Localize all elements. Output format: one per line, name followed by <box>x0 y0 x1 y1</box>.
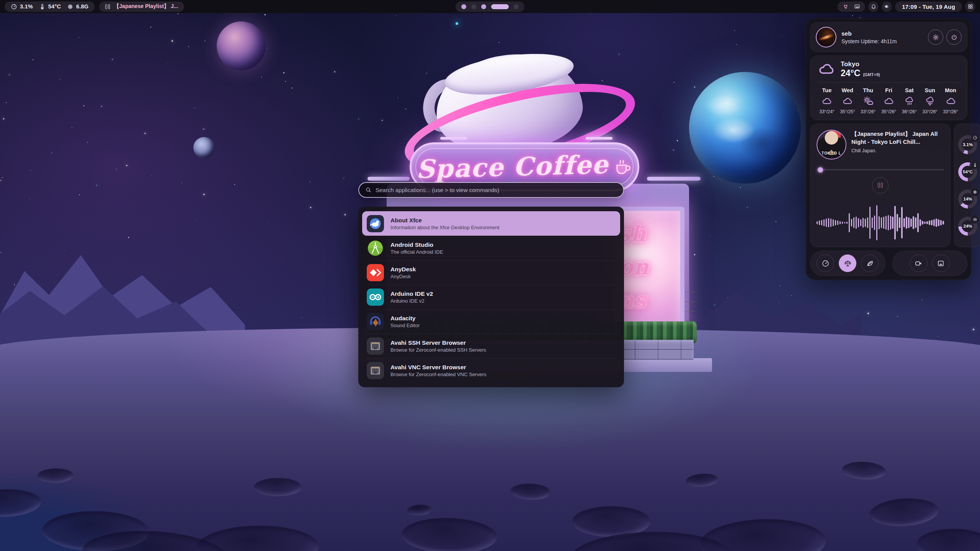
system-tray: 17:09 - Tue, 19 Aug <box>838 2 975 12</box>
sign-text: Space Coffee <box>416 149 609 184</box>
power-icon <box>951 34 958 41</box>
image-icon[interactable] <box>854 3 860 10</box>
system-stats-pill: 3.1% 54°C 6.8G <box>5 2 95 12</box>
app-list-item[interactable]: Android Studio The official Android IDE <box>362 236 620 260</box>
pause-button[interactable] <box>872 177 889 194</box>
coffee-cup-icon <box>613 157 633 177</box>
tray-bell-button[interactable] <box>868 2 879 12</box>
tray-speaker-button[interactable] <box>882 2 892 12</box>
app-name: Avahi SSH Server Browser <box>390 339 486 346</box>
app-description: Arduino IDE v2 <box>390 298 433 304</box>
system-gauge: 3.1% <box>958 135 977 154</box>
cloud-icon <box>946 96 956 106</box>
system-stat: 54°C <box>39 3 61 10</box>
app-list-item[interactable]: AnyDesk AnyDesk <box>362 260 620 285</box>
tray-icon-group <box>838 2 865 12</box>
pause-icon <box>105 4 110 9</box>
app-description: Browse for Zeroconf-enabled VNC Servers <box>390 372 487 377</box>
app-name: AnyDesk <box>390 266 416 273</box>
workspace-switcher <box>456 2 524 12</box>
app-description: Browse for Zeroconf-enabled SSH Servers <box>390 347 486 353</box>
weather-location: Tokyo <box>841 60 880 68</box>
workspace-dot[interactable] <box>514 4 519 9</box>
forecast-day: Mon 33°/26° <box>940 87 961 114</box>
workspace-dot[interactable] <box>491 4 509 9</box>
settings-button[interactable] <box>928 29 943 45</box>
gauge-icon <box>822 259 830 267</box>
power-button[interactable] <box>946 29 962 45</box>
videocam-icon <box>915 259 923 267</box>
scales-icon <box>844 259 852 267</box>
forecast-day: Sat 36°/26° <box>899 87 920 114</box>
launcher-search-bar[interactable] <box>358 182 624 198</box>
workspace-dot[interactable] <box>471 4 476 9</box>
gear-icon <box>932 34 939 41</box>
app-description: AnyDesk <box>390 274 416 279</box>
seek-knob[interactable] <box>818 167 823 173</box>
capture-group <box>892 251 968 276</box>
app-list-item[interactable]: Avahi SSH Server Browser Browse for Zero… <box>362 334 620 358</box>
app-description: The official Android IDE <box>390 249 443 255</box>
grid-icon <box>967 3 973 10</box>
system-gauge: 14% <box>958 189 977 209</box>
forecast-day: Fri 35°/26° <box>879 87 899 114</box>
xfce-app-icon <box>367 215 384 232</box>
power-mode-power-saver-button[interactable] <box>861 254 879 272</box>
arduino-app-icon <box>367 289 384 306</box>
anydesk-app-icon <box>367 264 384 281</box>
forecast-day: Tue 33°/24° <box>817 87 837 114</box>
app-description: Information about the Xfce Desktop Envir… <box>390 225 499 230</box>
thermometer-icon <box>39 3 46 10</box>
system-stat: 3.1% <box>11 3 33 10</box>
overview-grid-button[interactable] <box>965 2 975 12</box>
workspace-dot[interactable] <box>461 4 466 9</box>
forecast-day: Wed 35°/25° <box>837 87 858 114</box>
audio-waveform <box>817 204 944 241</box>
now-playing-label: 【Japanese Playlist】 J... <box>114 3 178 10</box>
weather-temperature: 24°C <box>841 68 860 78</box>
power-mode-performance-button[interactable] <box>817 254 834 272</box>
storm-icon <box>925 96 935 106</box>
app-list-item[interactable]: Avahi VNC Server Browser Browse for Zero… <box>362 358 620 383</box>
cloud-icon <box>822 96 832 106</box>
weather-card: Tokyo 24°C (GMT+9) Tue 33°/24° Wed 35°/2… <box>810 55 967 120</box>
cat-icon[interactable] <box>843 3 849 10</box>
weather-forecast: Tue 33°/24° Wed 35°/25° Thu 33°/26° Fri … <box>817 87 961 114</box>
audacity-app-icon <box>367 313 384 330</box>
avahi-app-icon <box>367 337 384 355</box>
track-title: 【Japanese Playlist】 Japan All Night - To… <box>851 130 944 146</box>
app-list-item[interactable]: Audacity Sound Editor <box>362 309 620 334</box>
forecast-day: Thu 33°/26° <box>858 87 879 114</box>
cloud-icon <box>884 96 894 106</box>
workspace-dot[interactable] <box>481 4 486 9</box>
clock[interactable]: 17:09 - Tue, 19 Aug <box>895 2 962 12</box>
top-panel: 3.1% 54°C 6.8G 【Japanese Playlist】 J... … <box>0 0 980 13</box>
app-name: About Xfce <box>390 217 499 224</box>
app-name: Audacity <box>390 315 420 322</box>
album-art-text: TOKYO L <box>817 151 846 155</box>
user-name: seb <box>841 30 928 37</box>
album-art: TOKYO L <box>817 130 846 160</box>
media-player-card: TOKYO L 【Japanese Playlist】 Japan All Ni… <box>810 124 951 247</box>
bell-icon <box>871 3 877 10</box>
search-input[interactable] <box>376 187 617 193</box>
android-studio-app-icon <box>367 240 384 257</box>
screenshot-button[interactable] <box>932 254 950 272</box>
seek-bar[interactable] <box>817 167 944 173</box>
rain-icon <box>904 96 915 106</box>
leaf-icon <box>866 259 874 267</box>
avatar <box>816 27 836 47</box>
earth-planet <box>689 72 801 184</box>
user-card: seb System Uptime: 4h11m <box>810 22 967 52</box>
screen-record-button[interactable] <box>910 254 928 272</box>
app-list-item[interactable]: Arduino IDE v2 Arduino IDE v2 <box>362 285 620 309</box>
track-artist: Chill Japan. <box>851 148 944 153</box>
app-list-item[interactable]: About Xfce Information about the Xfce De… <box>362 211 620 236</box>
power-mode-balanced-button[interactable] <box>839 254 856 272</box>
now-playing-pill[interactable]: 【Japanese Playlist】 J... <box>99 2 184 12</box>
system-gauge: 54°C <box>958 162 977 181</box>
app-launcher: About Xfce Information about the Xfce De… <box>358 182 624 387</box>
power-mode-group <box>810 251 885 276</box>
app-description: Sound Editor <box>390 323 420 328</box>
cloud-icon <box>842 96 853 106</box>
